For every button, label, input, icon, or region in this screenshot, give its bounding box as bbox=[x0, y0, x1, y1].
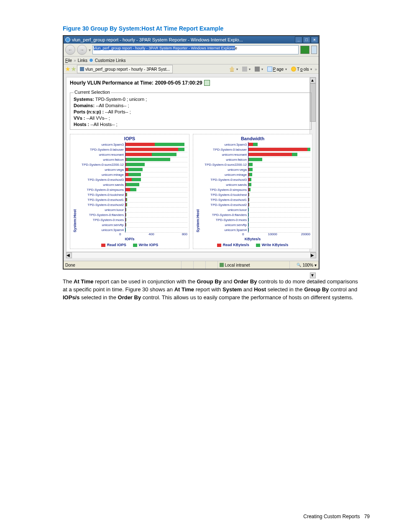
bar-segment bbox=[125, 228, 126, 231]
bar-row: unicorn:3parn3 bbox=[201, 142, 310, 147]
forward-button[interactable]: → bbox=[77, 45, 87, 55]
bar-row: unicorn:3parn4 bbox=[201, 227, 310, 232]
bar-label: TPD-System-0:moes bbox=[78, 218, 125, 222]
bar-segment bbox=[130, 188, 136, 191]
bar-label: unicorn:3parn3 bbox=[201, 143, 248, 146]
bar-row: TPD-System-0:moes bbox=[78, 217, 187, 222]
bar-row: unicorn:servftp bbox=[78, 222, 187, 227]
bar-segment bbox=[128, 168, 142, 171]
close-button[interactable]: × bbox=[311, 36, 318, 43]
browser-window: vlun_perf_group report - hourly - 3PAR S… bbox=[63, 35, 320, 270]
go-button[interactable] bbox=[300, 46, 309, 54]
bar-segment bbox=[155, 143, 184, 146]
legend-item: Write KBytes/s bbox=[256, 243, 288, 247]
back-button[interactable]: ← bbox=[65, 45, 75, 55]
bar-label: unicorn:3parn4 bbox=[201, 228, 248, 232]
bar-segment bbox=[250, 178, 251, 181]
add-favorites-icon[interactable] bbox=[71, 67, 76, 72]
status-empty-2 bbox=[194, 261, 206, 269]
status-empty-3 bbox=[206, 261, 218, 269]
bar-label: unicorn:falcon bbox=[78, 158, 125, 162]
bar-label: unicorn:vega bbox=[201, 168, 248, 172]
bar-segment bbox=[126, 203, 127, 206]
browser-tab[interactable]: vlun_perf_group report - hourly - 3PAR S… bbox=[77, 65, 173, 73]
bar-segment bbox=[126, 208, 126, 211]
bar-label: TPD-System-0:labuser bbox=[78, 148, 125, 152]
status-done: Done bbox=[64, 261, 182, 269]
menu-links-label: Links bbox=[78, 58, 87, 63]
bar-segment bbox=[126, 213, 126, 216]
legend-swatch bbox=[217, 244, 221, 247]
bar-row: TPD-System-0:esxhost2 bbox=[78, 202, 187, 207]
menu-file[interactable]: File bbox=[65, 58, 72, 63]
chart-xlabel: KBytes/s bbox=[195, 236, 310, 241]
bar-row: unicorn:sands bbox=[78, 182, 187, 187]
bar-label: TPD-System-0:esxhost2 bbox=[78, 203, 125, 207]
tools-menu[interactable]: Tools bbox=[289, 66, 314, 72]
bar-label: TPD-System-0:flanders bbox=[78, 213, 125, 217]
bar-row: unicorn:mirage bbox=[78, 172, 187, 177]
legend-swatch bbox=[256, 244, 260, 247]
bar-segment bbox=[125, 178, 132, 181]
bar-label: unicorn:luxor bbox=[201, 208, 248, 212]
favorites-star-icon[interactable] bbox=[65, 67, 70, 72]
chart-ylabel: System:Host bbox=[72, 142, 78, 232]
print-icon bbox=[255, 67, 260, 72]
minimize-button[interactable]: _ bbox=[295, 36, 302, 43]
bar-row: unicorn:mirage bbox=[201, 172, 310, 177]
search-dropdown[interactable] bbox=[311, 46, 317, 54]
export-xls-icon[interactable] bbox=[204, 80, 210, 86]
bar-row: unicorn:3parn4 bbox=[78, 227, 187, 232]
bar-segment bbox=[126, 198, 127, 201]
maximize-button[interactable]: □ bbox=[303, 36, 310, 43]
chart-xlabel: IOP/s bbox=[72, 236, 187, 241]
address-bar[interactable]: vlun_perf_group report - hourly - 3PAR S… bbox=[92, 45, 299, 54]
status-empty-1 bbox=[182, 261, 194, 269]
scroll-up-button[interactable]: ▲ bbox=[310, 77, 316, 83]
menu-customize-links[interactable]: Customize Links bbox=[95, 58, 125, 63]
bar-segment bbox=[249, 203, 249, 206]
bar-segment bbox=[125, 153, 152, 156]
scroll-down-button[interactable]: ▼ bbox=[310, 272, 316, 278]
bar-label: unicorn:falcon bbox=[201, 158, 248, 162]
bar-label: unicorn:3parn3 bbox=[78, 143, 125, 146]
bar-segment bbox=[292, 153, 297, 156]
bar-label: unicorn:sands bbox=[78, 183, 125, 187]
scroll-left-button[interactable]: ◀ bbox=[66, 252, 72, 258]
print-dropdown[interactable] bbox=[253, 66, 265, 72]
bar-label: unicorn:resonant bbox=[201, 153, 248, 157]
bar-label: TPD-System-0:esxhost2 bbox=[201, 203, 248, 207]
bar-segment bbox=[248, 143, 253, 146]
bar-label: unicorn:servftp bbox=[201, 223, 248, 227]
bar-segment bbox=[248, 148, 307, 151]
bar-row: unicorn:3parn3 bbox=[78, 142, 187, 147]
bar-label: TPD-System-0:labuser bbox=[201, 148, 248, 152]
bar-segment bbox=[249, 188, 251, 191]
page-menu[interactable]: Page bbox=[266, 66, 289, 72]
bar-row: unicorn:resonant bbox=[201, 152, 310, 157]
bar-segment bbox=[253, 143, 258, 146]
bar-label: TPD-System-0:simpsons bbox=[78, 188, 125, 192]
bar-row: TPD-System-0:simpsons bbox=[201, 187, 310, 192]
feeds-dropdown[interactable] bbox=[240, 66, 252, 72]
window-title: vlun_perf_group report - hourly - 3PAR S… bbox=[72, 37, 243, 42]
bar-row: TPD-System-0:esxhost1 bbox=[201, 197, 310, 202]
status-zone: Local intranet bbox=[218, 261, 290, 269]
figure-caption: Figure 30 Group By System:Host At Time R… bbox=[63, 25, 370, 32]
bar-label: unicorn:luxor bbox=[78, 208, 125, 212]
bar-label: TPD-System-0:moes bbox=[201, 218, 248, 222]
axis-tick: 0 bbox=[242, 232, 244, 236]
home-dropdown[interactable] bbox=[228, 66, 240, 72]
ie-small-icon bbox=[89, 58, 93, 62]
axis-tick: 10000 bbox=[268, 232, 277, 236]
bar-row: TPD-System-0:flanders bbox=[201, 212, 310, 217]
bar-label: TPD-System-0:esxhost1 bbox=[201, 198, 248, 202]
home-icon bbox=[230, 67, 235, 72]
body-paragraph: The At Time report can be used in conjun… bbox=[63, 278, 364, 302]
bar-label: unicorn:sands bbox=[201, 183, 248, 187]
bar-segment bbox=[178, 148, 184, 151]
bar-segment bbox=[249, 168, 252, 171]
horizontal-scrollbar[interactable]: ◀ ▶ bbox=[66, 252, 316, 258]
feeds-icon bbox=[242, 67, 247, 72]
bar-row: TPD-System-0:esxhost3 bbox=[78, 177, 187, 182]
